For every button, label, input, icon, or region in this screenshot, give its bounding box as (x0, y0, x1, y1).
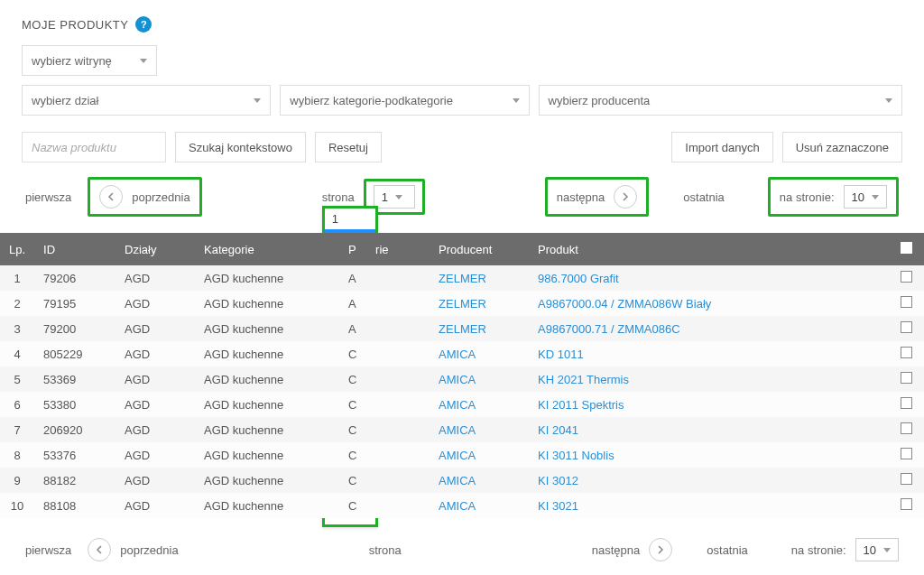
cell-dzialy: AGD (116, 417, 195, 442)
pager-first-bottom[interactable]: pierwsza (25, 543, 71, 557)
cell-kategorie: AGD kuchenne (195, 442, 339, 468)
pager-prev-bottom[interactable]: poprzednia (120, 543, 178, 557)
cell-dzialy: AGD (116, 442, 195, 468)
row-checkbox[interactable] (888, 493, 924, 518)
pager-prev[interactable]: poprzednia (132, 190, 189, 204)
cell-produkt[interactable]: 986.7000 Grafit (529, 265, 888, 291)
prev-page-button-bottom[interactable] (88, 538, 111, 561)
cell-producent[interactable]: AMICA (430, 493, 529, 518)
cell-producent[interactable]: AMICA (430, 366, 529, 392)
table-row: 553369AGDAGD kuchenneCAMICAKH 2021 Therm… (0, 366, 924, 392)
site-select[interactable]: wybierz witrynę (22, 45, 157, 76)
cell-dzialy: AGD (116, 366, 195, 392)
cell-id: 79200 (34, 316, 116, 341)
pager-first[interactable]: pierwsza (25, 190, 71, 204)
row-checkbox[interactable] (888, 392, 924, 417)
cell-kategorie: AGD kuchenne (195, 392, 339, 417)
cell-producent[interactable]: AMICA (430, 392, 529, 417)
cell-pod2 (366, 468, 430, 493)
next-page-button-bottom[interactable] (649, 538, 672, 561)
cell-dzialy: AGD (116, 468, 195, 493)
page-select-value: 1 (382, 190, 388, 204)
help-icon[interactable]: ? (135, 16, 152, 32)
cell-pod2 (366, 442, 430, 468)
cell-produkt[interactable]: A9867000.71 / ZMMA086C (529, 316, 888, 341)
cell-pod: C (339, 417, 366, 442)
chevron-down-icon (872, 195, 879, 199)
table-row: 379200AGDAGD kuchenneAZELMERA9867000.71 … (0, 316, 924, 341)
cell-produkt[interactable]: KH 2021 Thermis (529, 366, 888, 392)
col-dzialy: Działy (116, 233, 195, 265)
cell-kategorie: AGD kuchenne (195, 265, 339, 291)
per-page-select[interactable]: 10 (844, 185, 887, 209)
delete-selected-button[interactable]: Usuń zaznaczone (782, 132, 902, 162)
cell-producent[interactable]: ZELMER (430, 291, 529, 316)
pager-next-bottom[interactable]: następna (592, 543, 641, 557)
cell-produkt[interactable]: KI 3012 (529, 468, 888, 493)
cell-produkt[interactable]: KI 2011 Spektris (529, 392, 888, 417)
products-table: Lp. ID Działy Kategorie P rie Producent … (0, 233, 924, 518)
cell-produkt[interactable]: A9867000.04 / ZMMA086W Biały (529, 291, 888, 316)
reset-button[interactable]: Resetuj (315, 132, 382, 162)
per-page-highlight: na stronie: 10 (768, 177, 899, 217)
search-button[interactable]: Szukaj kontekstowo (175, 132, 306, 162)
cell-pod2 (366, 493, 430, 518)
cell-pod: C (339, 366, 366, 392)
cell-lp: 5 (0, 366, 34, 392)
cell-producent[interactable]: ZELMER (430, 316, 529, 341)
cell-kategorie: AGD kuchenne (195, 417, 339, 442)
cell-dzialy: AGD (116, 493, 195, 518)
table-row: 7206920AGDAGD kuchenneCAMICAKI 2041 (0, 417, 924, 442)
row-checkbox[interactable] (888, 316, 924, 341)
cell-producent[interactable]: AMICA (430, 468, 529, 493)
producer-select[interactable]: wybierz producenta (539, 85, 902, 116)
cell-producent[interactable]: AMICA (430, 341, 529, 366)
col-lp: Lp. (0, 233, 34, 265)
pager-next[interactable]: następna (557, 190, 605, 204)
category-select[interactable]: wybierz kategorie-podkategorie (280, 85, 529, 116)
chevron-down-icon (513, 98, 520, 103)
cell-producent[interactable]: AMICA (430, 442, 529, 468)
cell-id: 206920 (34, 417, 116, 442)
page-select[interactable]: 1 (374, 185, 415, 209)
per-page-label-bottom: na stronie: (791, 543, 846, 557)
table-row: 279195AGDAGD kuchenneAZELMERA9867000.04 … (0, 291, 924, 316)
cell-pod2 (366, 316, 430, 341)
cell-producent[interactable]: ZELMER (430, 265, 529, 291)
row-checkbox[interactable] (888, 291, 924, 316)
table-row: 179206AGDAGD kuchenneAZELMER986.7000 Gra… (0, 265, 924, 291)
cell-produkt[interactable]: KI 3011 Noblis (529, 442, 888, 468)
cell-pod: A (339, 291, 366, 316)
row-checkbox[interactable] (888, 442, 924, 468)
row-checkbox[interactable] (888, 417, 924, 442)
col-select-all[interactable] (888, 233, 924, 265)
table-row: 4805229AGDAGD kuchenneCAMICAKD 1011 (0, 341, 924, 366)
cell-produkt[interactable]: KI 3021 (529, 493, 888, 518)
cell-id: 53376 (34, 442, 116, 468)
prev-page-button[interactable] (99, 185, 123, 209)
cell-pod2 (366, 341, 430, 366)
row-checkbox[interactable] (888, 265, 924, 291)
cell-lp: 10 (0, 493, 34, 518)
row-checkbox[interactable] (888, 341, 924, 366)
cell-lp: 4 (0, 341, 34, 366)
per-page-select-bottom[interactable]: 10 (855, 538, 899, 561)
next-page-button[interactable] (614, 185, 637, 209)
page-option[interactable]: 1 (325, 209, 375, 229)
cell-produkt[interactable]: KI 2041 (529, 417, 888, 442)
cell-id: 805229 (34, 341, 116, 366)
cell-producent[interactable]: AMICA (430, 417, 529, 442)
cell-kategorie: AGD kuchenne (195, 291, 339, 316)
dept-select[interactable]: wybierz dział (22, 85, 271, 116)
pager-last-bottom[interactable]: ostatnia (707, 543, 748, 557)
cell-id: 88182 (34, 468, 116, 493)
import-button[interactable]: Import danych (671, 132, 772, 162)
per-page-value-bottom: 10 (864, 543, 876, 557)
cell-pod2 (366, 366, 430, 392)
row-checkbox[interactable] (888, 366, 924, 392)
row-checkbox[interactable] (888, 468, 924, 493)
pager-last[interactable]: ostatnia (683, 190, 725, 204)
cell-produkt[interactable]: KD 1011 (529, 341, 888, 366)
pager-prev-highlight: poprzednia (88, 177, 201, 217)
product-name-input[interactable]: Nazwa produktu (22, 132, 166, 162)
